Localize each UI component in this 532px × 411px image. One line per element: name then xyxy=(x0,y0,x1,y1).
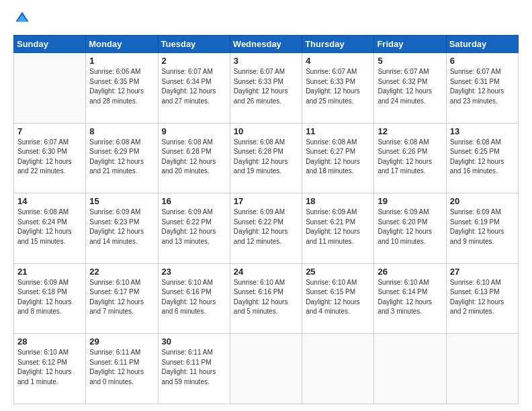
logo xyxy=(13,11,32,28)
calendar-week-row: 1Sunrise: 6:06 AM Sunset: 6:35 PM Daylig… xyxy=(14,53,519,124)
day-info: Sunrise: 6:09 AM Sunset: 6:23 PM Dayligh… xyxy=(89,208,154,246)
day-info: Sunrise: 6:07 AM Sunset: 6:32 PM Dayligh… xyxy=(378,67,442,106)
calendar-day-cell: 16Sunrise: 6:09 AM Sunset: 6:22 PM Dayli… xyxy=(158,193,230,264)
calendar-day-cell xyxy=(374,334,446,404)
calendar-day-cell: 27Sunrise: 6:10 AM Sunset: 6:13 PM Dayli… xyxy=(446,263,518,334)
logo-icon xyxy=(15,11,30,26)
day-number: 10 xyxy=(234,126,298,136)
calendar-day-cell xyxy=(446,334,518,404)
calendar-day-cell: 6Sunrise: 6:07 AM Sunset: 6:31 PM Daylig… xyxy=(446,53,518,124)
day-info: Sunrise: 6:08 AM Sunset: 6:24 PM Dayligh… xyxy=(17,208,82,246)
calendar-week-row: 21Sunrise: 6:09 AM Sunset: 6:18 PM Dayli… xyxy=(14,263,519,334)
day-info: Sunrise: 6:09 AM Sunset: 6:21 PM Dayligh… xyxy=(306,208,370,246)
calendar-day-cell: 20Sunrise: 6:09 AM Sunset: 6:19 PM Dayli… xyxy=(446,193,518,264)
day-info: Sunrise: 6:07 AM Sunset: 6:30 PM Dayligh… xyxy=(17,138,82,177)
calendar-day-cell: 24Sunrise: 6:10 AM Sunset: 6:16 PM Dayli… xyxy=(230,263,302,334)
day-number: 24 xyxy=(234,267,298,277)
day-info: Sunrise: 6:10 AM Sunset: 6:12 PM Dayligh… xyxy=(17,348,82,387)
calendar-day-cell: 8Sunrise: 6:08 AM Sunset: 6:29 PM Daylig… xyxy=(86,123,158,193)
calendar-day-cell: 5Sunrise: 6:07 AM Sunset: 6:32 PM Daylig… xyxy=(374,53,446,124)
day-info: Sunrise: 6:07 AM Sunset: 6:33 PM Dayligh… xyxy=(306,67,370,106)
day-info: Sunrise: 6:07 AM Sunset: 6:31 PM Dayligh… xyxy=(450,67,515,106)
weekday-header-saturday: Saturday xyxy=(446,36,518,53)
day-info: Sunrise: 6:10 AM Sunset: 6:17 PM Dayligh… xyxy=(89,278,154,317)
weekday-header-monday: Monday xyxy=(86,36,158,53)
day-number: 5 xyxy=(378,56,442,66)
calendar-day-cell: 18Sunrise: 6:09 AM Sunset: 6:21 PM Dayli… xyxy=(302,193,374,264)
calendar-day-cell: 17Sunrise: 6:09 AM Sunset: 6:22 PM Dayli… xyxy=(230,193,302,264)
day-info: Sunrise: 6:09 AM Sunset: 6:22 PM Dayligh… xyxy=(234,208,298,246)
day-info: Sunrise: 6:10 AM Sunset: 6:15 PM Dayligh… xyxy=(306,278,370,317)
day-number: 17 xyxy=(234,196,298,206)
calendar-day-cell: 12Sunrise: 6:08 AM Sunset: 6:26 PM Dayli… xyxy=(374,123,446,193)
day-number: 25 xyxy=(306,267,370,277)
calendar-day-cell: 19Sunrise: 6:09 AM Sunset: 6:20 PM Dayli… xyxy=(374,193,446,264)
day-info: Sunrise: 6:10 AM Sunset: 6:16 PM Dayligh… xyxy=(234,278,298,317)
day-number: 2 xyxy=(162,56,226,66)
day-number: 26 xyxy=(378,267,442,277)
weekday-header-tuesday: Tuesday xyxy=(158,36,230,53)
calendar-day-cell xyxy=(302,334,374,404)
calendar-day-cell xyxy=(14,53,86,124)
day-number: 27 xyxy=(450,267,515,277)
day-number: 7 xyxy=(17,126,82,136)
calendar-day-cell: 25Sunrise: 6:10 AM Sunset: 6:15 PM Dayli… xyxy=(302,263,374,334)
day-number: 6 xyxy=(450,56,515,66)
day-info: Sunrise: 6:10 AM Sunset: 6:13 PM Dayligh… xyxy=(450,278,515,317)
calendar-day-cell: 26Sunrise: 6:10 AM Sunset: 6:14 PM Dayli… xyxy=(374,263,446,334)
day-number: 4 xyxy=(306,56,370,66)
calendar-week-row: 28Sunrise: 6:10 AM Sunset: 6:12 PM Dayli… xyxy=(14,334,519,404)
day-number: 30 xyxy=(162,336,226,347)
day-info: Sunrise: 6:09 AM Sunset: 6:22 PM Dayligh… xyxy=(162,208,226,246)
calendar-day-cell: 28Sunrise: 6:10 AM Sunset: 6:12 PM Dayli… xyxy=(14,334,86,404)
day-number: 13 xyxy=(450,126,515,136)
day-number: 3 xyxy=(234,56,298,66)
calendar-header-row: SundayMondayTuesdayWednesdayThursdayFrid… xyxy=(14,36,519,53)
calendar-day-cell: 21Sunrise: 6:09 AM Sunset: 6:18 PM Dayli… xyxy=(14,263,86,334)
weekday-header-thursday: Thursday xyxy=(302,36,374,53)
day-info: Sunrise: 6:09 AM Sunset: 6:19 PM Dayligh… xyxy=(450,208,515,246)
weekday-header-wednesday: Wednesday xyxy=(230,36,302,53)
day-number: 19 xyxy=(378,196,442,206)
day-info: Sunrise: 6:08 AM Sunset: 6:25 PM Dayligh… xyxy=(450,138,515,177)
day-info: Sunrise: 6:09 AM Sunset: 6:18 PM Dayligh… xyxy=(17,278,82,317)
day-info: Sunrise: 6:11 AM Sunset: 6:11 PM Dayligh… xyxy=(162,348,226,387)
day-info: Sunrise: 6:08 AM Sunset: 6:28 PM Dayligh… xyxy=(162,138,226,177)
day-info: Sunrise: 6:08 AM Sunset: 6:27 PM Dayligh… xyxy=(306,138,370,177)
day-number: 15 xyxy=(89,196,154,206)
calendar-day-cell: 15Sunrise: 6:09 AM Sunset: 6:23 PM Dayli… xyxy=(86,193,158,264)
calendar-day-cell: 11Sunrise: 6:08 AM Sunset: 6:27 PM Dayli… xyxy=(302,123,374,193)
header xyxy=(13,11,519,28)
day-number: 21 xyxy=(17,267,82,277)
day-number: 12 xyxy=(378,126,442,136)
day-info: Sunrise: 6:08 AM Sunset: 6:26 PM Dayligh… xyxy=(378,138,442,177)
day-number: 9 xyxy=(162,126,226,136)
day-number: 28 xyxy=(17,336,82,347)
calendar-day-cell: 29Sunrise: 6:11 AM Sunset: 6:11 PM Dayli… xyxy=(86,334,158,404)
day-info: Sunrise: 6:08 AM Sunset: 6:28 PM Dayligh… xyxy=(234,138,298,177)
calendar-day-cell: 1Sunrise: 6:06 AM Sunset: 6:35 PM Daylig… xyxy=(86,53,158,124)
day-info: Sunrise: 6:10 AM Sunset: 6:14 PM Dayligh… xyxy=(378,278,442,317)
day-number: 23 xyxy=(162,267,226,277)
calendar-day-cell: 23Sunrise: 6:10 AM Sunset: 6:16 PM Dayli… xyxy=(158,263,230,334)
day-number: 8 xyxy=(89,126,154,136)
day-info: Sunrise: 6:10 AM Sunset: 6:16 PM Dayligh… xyxy=(162,278,226,317)
day-number: 14 xyxy=(17,196,82,206)
day-number: 22 xyxy=(89,267,154,277)
day-info: Sunrise: 6:06 AM Sunset: 6:35 PM Dayligh… xyxy=(89,67,154,106)
day-number: 11 xyxy=(306,126,370,136)
calendar-day-cell: 4Sunrise: 6:07 AM Sunset: 6:33 PM Daylig… xyxy=(302,53,374,124)
calendar-day-cell: 13Sunrise: 6:08 AM Sunset: 6:25 PM Dayli… xyxy=(446,123,518,193)
calendar-week-row: 7Sunrise: 6:07 AM Sunset: 6:30 PM Daylig… xyxy=(14,123,519,193)
weekday-header-sunday: Sunday xyxy=(14,36,86,53)
calendar-day-cell: 3Sunrise: 6:07 AM Sunset: 6:33 PM Daylig… xyxy=(230,53,302,124)
day-info: Sunrise: 6:07 AM Sunset: 6:34 PM Dayligh… xyxy=(162,67,226,106)
day-number: 20 xyxy=(450,196,515,206)
day-info: Sunrise: 6:11 AM Sunset: 6:11 PM Dayligh… xyxy=(89,348,154,387)
calendar-day-cell: 9Sunrise: 6:08 AM Sunset: 6:28 PM Daylig… xyxy=(158,123,230,193)
day-number: 16 xyxy=(162,196,226,206)
calendar-day-cell: 14Sunrise: 6:08 AM Sunset: 6:24 PM Dayli… xyxy=(14,193,86,264)
day-number: 29 xyxy=(89,336,154,347)
day-number: 1 xyxy=(89,56,154,66)
calendar-day-cell: 10Sunrise: 6:08 AM Sunset: 6:28 PM Dayli… xyxy=(230,123,302,193)
